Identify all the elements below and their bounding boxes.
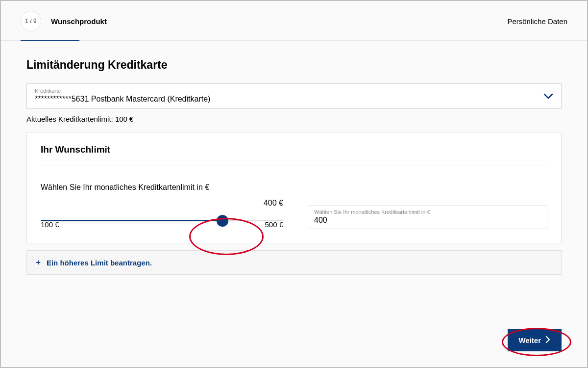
current-limit-text: Aktuelles Kreditkartenlimit: 100 € [26,115,562,123]
slider-min-label: 100 € [41,220,59,229]
card-select-inner: Kreditkarte ************5631 Postbank Ma… [35,88,210,104]
panel-title: Ihr Wunschlimit [41,144,547,155]
slider-max-label: 500 € [265,220,283,229]
slider-row: 400 € 100 € 500 € Wählen Sie Ihr monatli… [41,203,547,229]
slider-thumb[interactable] [217,215,228,227]
plus-icon: + [36,258,41,267]
card-select[interactable]: Kreditkarte ************5631 Postbank Ma… [26,83,562,109]
limit-input-wrap[interactable]: Wählen Sie Ihr monatliches Kreditkartenl… [307,206,547,229]
limit-slider[interactable]: 400 € 100 € 500 € [41,203,283,227]
stepper-left: 1 / 9 Wunschprodukt [21,11,107,31]
wunschlimit-panel: Ihr Wunschlimit Wählen Sie Ihr monatlich… [26,132,562,243]
card-select-value: ************5631 Postbank Mastercard (Kr… [35,95,210,104]
panel-divider [41,165,547,165]
chevron-down-icon [543,93,553,104]
panel-prompt: Wählen Sie Ihr monatliches Kreditkartenl… [41,183,547,192]
higher-limit-expander[interactable]: + Ein höheres Limit beantragen. [26,250,562,275]
content-area: Limitänderung Kreditkarte Kreditkarte **… [1,41,587,275]
slider-value-label: 400 € [264,199,283,208]
progress-strip [21,40,79,41]
footer-actions: Weiter [508,329,562,351]
limit-input-label: Wählen Sie Ihr monatliches Kreditkartenl… [314,209,540,215]
step-current-label: Wunschprodukt [51,17,107,26]
card-select-label: Kreditkarte [35,88,210,94]
limit-input[interactable] [314,216,540,225]
slider-track-fill [41,220,222,221]
slider-track[interactable] [41,214,283,227]
chevron-right-icon [545,336,551,344]
page-title: Limitänderung Kreditkarte [26,58,562,72]
expander-text: Ein höheres Limit beantragen. [47,259,152,267]
app-frame: 1 / 9 Wunschprodukt Persönliche Daten Li… [0,0,588,368]
stepper-bar: 1 / 9 Wunschprodukt Persönliche Daten [1,1,587,41]
next-button[interactable]: Weiter [508,329,562,351]
step-count: 1 / 9 [25,18,36,25]
next-button-label: Weiter [518,336,541,344]
step-next-label[interactable]: Persönliche Daten [507,17,567,26]
step-indicator: 1 / 9 [21,11,41,31]
